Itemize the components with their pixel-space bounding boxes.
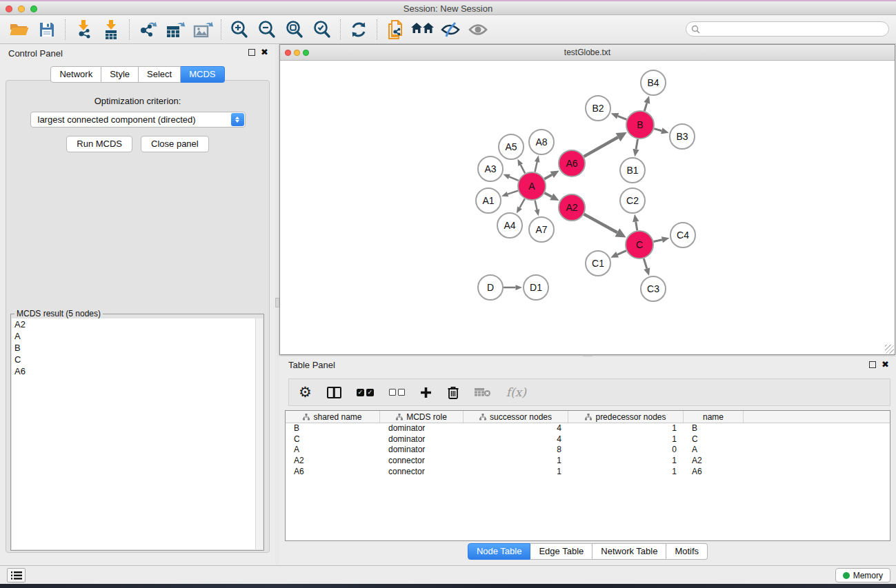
add-column-button[interactable]	[420, 387, 432, 398]
graph-node-A[interactable]: A	[518, 172, 546, 200]
column-header-successor-nodes[interactable]: successor nodes	[464, 411, 568, 423]
optimization-select[interactable]: largest connected component (directed)	[30, 112, 246, 128]
float-table-panel-icon[interactable]	[869, 361, 876, 368]
graph-edge-C-C1[interactable]	[617, 251, 626, 255]
table-cell[interactable]: 4	[464, 423, 568, 434]
table-cell[interactable]: C	[286, 434, 380, 445]
graph-edge-A-A8[interactable]	[535, 162, 537, 172]
zoom-fit-button[interactable]	[281, 17, 308, 42]
table-row[interactable]: A6connector11A6	[286, 467, 890, 478]
graph-edge-A-A4[interactable]	[519, 199, 524, 207]
graph-edge-A-A5[interactable]	[521, 165, 525, 173]
graph-edge-A-A3[interactable]	[509, 176, 518, 181]
table-cell[interactable]: 1	[568, 467, 684, 478]
table-cell[interactable]: connector	[380, 467, 464, 478]
result-item[interactable]: C	[12, 354, 263, 365]
tab-network-table[interactable]: Network Table	[593, 543, 666, 560]
graph-edge-A-A1[interactable]	[508, 191, 518, 194]
table-cell[interactable]: 4	[464, 434, 568, 445]
graph-edge-A-A6[interactable]	[544, 174, 552, 179]
search-input[interactable]	[703, 23, 888, 35]
graph-node-A8[interactable]: A8	[529, 130, 554, 154]
show-columns-button[interactable]	[327, 387, 341, 398]
zoom-out-button[interactable]	[253, 17, 281, 42]
network-canvas[interactable]: B4B2BB3A5A8A6A3B1AA1C2A2A4A7C4CC1C3DD1	[280, 61, 895, 354]
tab-select[interactable]: Select	[139, 66, 181, 83]
table-cell[interactable]: A2	[684, 456, 744, 467]
table-cell[interactable]: 1	[568, 434, 684, 445]
graph-node-C3[interactable]: C3	[641, 276, 666, 301]
result-item[interactable]: B	[12, 342, 263, 354]
graph-edge-C-C2[interactable]	[636, 221, 637, 230]
delete-column-button[interactable]	[447, 385, 459, 399]
graph-node-C[interactable]: C	[626, 231, 653, 258]
result-item[interactable]: A	[12, 330, 263, 342]
graph-node-B2[interactable]: B2	[586, 96, 610, 121]
float-panel-icon[interactable]	[248, 49, 255, 56]
function-builder-button[interactable]: f(x)	[506, 385, 526, 399]
hide-details-button[interactable]	[437, 17, 464, 42]
tab-node-table[interactable]: Node Table	[468, 543, 531, 560]
table-cell[interactable]: 1	[568, 456, 684, 467]
table-cell[interactable]: dominator	[380, 445, 464, 456]
table-cell[interactable]: 1	[464, 456, 568, 467]
column-header-shared-name[interactable]: shared name	[286, 411, 380, 423]
table-cell[interactable]: B	[684, 423, 744, 434]
graph-edge-A6-B[interactable]	[584, 137, 618, 156]
table-row[interactable]: Adominator80A	[286, 445, 890, 456]
close-panel-button[interactable]: Close panel	[141, 136, 209, 152]
search-field[interactable]	[686, 21, 889, 37]
home-button[interactable]	[409, 17, 437, 42]
import-table-button[interactable]	[97, 17, 125, 42]
clone-network-button[interactable]	[381, 17, 409, 42]
result-item[interactable]: A2	[12, 318, 263, 330]
graph-edge-B-B2[interactable]	[618, 116, 627, 119]
table-cell[interactable]: A	[286, 445, 380, 456]
column-header-predecessor-nodes[interactable]: predecessor nodes	[568, 411, 684, 423]
graph-edge-B-B3[interactable]	[654, 129, 661, 131]
tab-style[interactable]: Style	[101, 66, 139, 83]
graph-node-B3[interactable]: B3	[670, 124, 695, 149]
refresh-button[interactable]	[345, 17, 372, 42]
table-row[interactable]: Cdominator41C	[286, 434, 890, 445]
graph-node-C1[interactable]: C1	[586, 251, 610, 276]
close-table-panel-icon[interactable]: ✖	[882, 361, 889, 368]
deselect-all-button[interactable]	[389, 389, 405, 396]
table-cell[interactable]: A6	[684, 467, 744, 478]
graph-node-D[interactable]: D	[478, 275, 503, 300]
table-cell[interactable]: B	[286, 423, 380, 434]
tab-edge-table[interactable]: Edge Table	[530, 543, 593, 560]
table-cell[interactable]: dominator	[380, 434, 464, 445]
graph-edge-C-C3[interactable]	[644, 258, 647, 269]
export-image-button[interactable]	[189, 17, 217, 42]
tab-network[interactable]: Network	[50, 66, 101, 83]
graph-node-A6[interactable]: A6	[559, 150, 585, 176]
table-cell[interactable]: A2	[286, 456, 380, 467]
table-row[interactable]: A2connector11A2	[286, 456, 890, 467]
open-file-button[interactable]	[6, 17, 33, 42]
graph-node-A7[interactable]: A7	[529, 217, 554, 242]
result-item[interactable]: A6	[12, 365, 263, 377]
show-details-button[interactable]	[464, 17, 492, 42]
tab-motifs[interactable]: Motifs	[666, 543, 708, 560]
save-session-button[interactable]	[33, 17, 61, 42]
table-settings-button[interactable]: ⚙	[299, 385, 312, 399]
table-cell[interactable]: C	[684, 434, 744, 445]
graph-node-A3[interactable]: A3	[478, 156, 503, 181]
graph-node-C4[interactable]: C4	[670, 223, 695, 247]
graph-node-B4[interactable]: B4	[641, 70, 666, 95]
delete-table-button[interactable]	[475, 387, 491, 397]
zoom-in-button[interactable]	[226, 17, 253, 42]
column-header-name[interactable]: name	[684, 411, 744, 423]
export-table-button[interactable]	[161, 17, 189, 42]
graph-edge-A-A2[interactable]	[545, 193, 552, 196]
zoom-selected-button[interactable]	[308, 17, 336, 42]
table-cell[interactable]: 8	[464, 445, 568, 456]
graph-node-C2[interactable]: C2	[620, 188, 645, 213]
table-cell[interactable]: 0	[568, 445, 684, 456]
graph-node-A1[interactable]: A1	[476, 188, 501, 213]
graph-node-B1[interactable]: B1	[620, 158, 645, 183]
import-network-button[interactable]	[70, 17, 97, 42]
resize-grip[interactable]	[885, 345, 894, 354]
table-cell[interactable]: A	[684, 445, 744, 456]
